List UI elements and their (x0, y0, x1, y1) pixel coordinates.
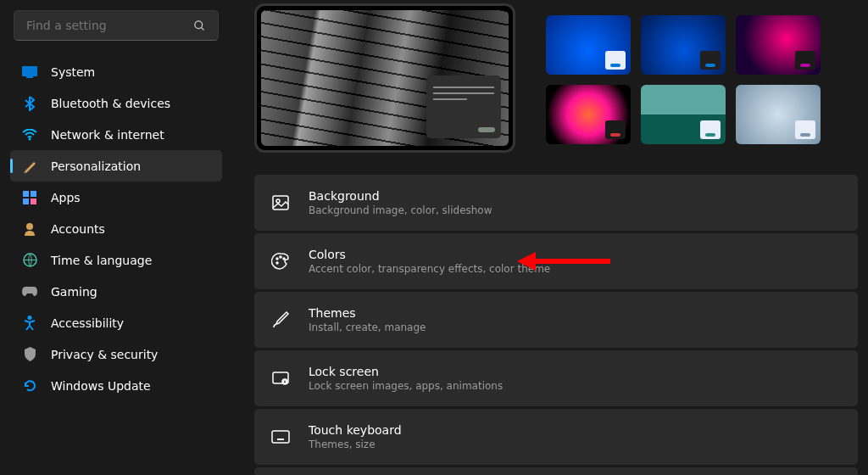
sidebar-item-bluetooth[interactable]: Bluetooth & devices (10, 87, 222, 119)
sidebar-item-gaming[interactable]: Gaming (10, 276, 222, 307)
row-subtitle: Accent color, transparency effects, colo… (309, 263, 550, 275)
system-icon (22, 64, 37, 80)
search-box[interactable] (14, 10, 219, 41)
desktop-preview (254, 3, 515, 153)
sidebar-item-system[interactable]: System (10, 56, 222, 87)
row-colors[interactable]: Colors Accent color, transparency effect… (254, 233, 858, 289)
svg-point-16 (283, 258, 285, 260)
person-icon (22, 221, 37, 237)
svg-rect-2 (22, 66, 37, 76)
apps-icon (22, 190, 37, 205)
nav-label: Privacy & security (51, 348, 158, 361)
row-themes[interactable]: Themes Install, create, manage (254, 292, 858, 348)
nav-label: Network & internet (51, 128, 164, 142)
theme-tile-4[interactable] (546, 85, 631, 144)
sidebar-item-time-language[interactable]: Time & language (10, 244, 222, 276)
row-touch-keyboard[interactable]: Touch keyboard Themes, size (254, 409, 858, 465)
nav-label: Accounts (51, 222, 105, 236)
svg-line-1 (201, 27, 203, 30)
svg-point-14 (276, 258, 278, 260)
row-subtitle: Lock screen images, apps, animations (309, 380, 503, 392)
theme-grid (546, 3, 821, 153)
theme-tile-3[interactable] (736, 15, 821, 75)
bluetooth-icon (22, 96, 37, 111)
search-input[interactable] (26, 19, 193, 32)
nav-label: Bluetooth & devices (51, 97, 170, 110)
row-title: Background (309, 189, 492, 203)
row-subtitle: Install, create, manage (309, 321, 426, 333)
svg-rect-6 (31, 191, 36, 197)
theme-tile-1[interactable] (546, 15, 631, 75)
sidebar-item-accessibility[interactable]: Accessibility (10, 307, 222, 338)
settings-list: Background Background image, color, slid… (254, 175, 858, 475)
svg-point-19 (282, 379, 287, 384)
svg-rect-3 (26, 76, 33, 78)
svg-point-11 (28, 316, 32, 320)
svg-rect-21 (272, 431, 289, 443)
nav-label: Gaming (51, 285, 97, 299)
svg-point-13 (276, 199, 280, 203)
sidebar-item-personalization[interactable]: Personalization (10, 150, 222, 182)
svg-point-4 (29, 137, 31, 140)
keyboard-icon (271, 430, 290, 444)
shield-icon (22, 347, 37, 362)
sidebar: System Bluetooth & devices Network & int… (0, 0, 229, 475)
sidebar-item-network[interactable]: Network & internet (10, 119, 222, 150)
nav-label: Apps (51, 191, 81, 204)
row-title: Touch keyboard (309, 423, 402, 437)
row-subtitle: Background image, color, slideshow (309, 204, 492, 216)
row-title: Themes (309, 306, 426, 320)
svg-rect-7 (23, 198, 29, 204)
gamepad-icon (22, 284, 37, 299)
palette-icon (271, 252, 290, 271)
nav-label: Accessibility (51, 316, 124, 330)
theme-tile-5[interactable] (641, 85, 726, 144)
svg-point-15 (280, 256, 281, 258)
main-content: Background Background image, color, slid… (229, 0, 868, 475)
svg-rect-5 (23, 191, 29, 197)
svg-point-9 (26, 223, 33, 230)
nav-list: System Bluetooth & devices Network & int… (10, 56, 222, 401)
globe-clock-icon (22, 253, 37, 268)
row-title: Lock screen (309, 365, 503, 378)
svg-point-0 (195, 20, 203, 28)
image-icon (271, 193, 290, 212)
sidebar-item-update[interactable]: Windows Update (10, 370, 222, 401)
sidebar-item-apps[interactable]: Apps (10, 182, 222, 213)
nav-label: Time & language (51, 254, 152, 267)
paintbrush-icon (22, 159, 37, 174)
row-title: Colors (309, 248, 550, 261)
preview-row (254, 3, 858, 153)
sidebar-item-privacy[interactable]: Privacy & security (10, 338, 222, 370)
nav-label: System (51, 65, 95, 79)
lock-screen-icon (271, 369, 290, 388)
theme-tile-6[interactable] (736, 85, 821, 144)
row-partial[interactable] (254, 467, 858, 475)
svg-rect-8 (31, 198, 36, 204)
sidebar-item-accounts[interactable]: Accounts (10, 213, 222, 244)
row-subtitle: Themes, size (309, 439, 402, 450)
row-background[interactable]: Background Background image, color, slid… (254, 175, 858, 231)
row-lock-screen[interactable]: Lock screen Lock screen images, apps, an… (254, 350, 858, 406)
update-icon (22, 378, 37, 394)
accessibility-icon (22, 316, 37, 331)
search-icon (193, 20, 206, 32)
brush-icon (271, 310, 290, 329)
theme-tile-2[interactable] (641, 15, 726, 75)
svg-point-17 (276, 262, 278, 264)
preview-window-card (426, 75, 501, 138)
wifi-icon (22, 127, 37, 142)
nav-label: Windows Update (51, 379, 151, 393)
nav-label: Personalization (51, 159, 141, 173)
